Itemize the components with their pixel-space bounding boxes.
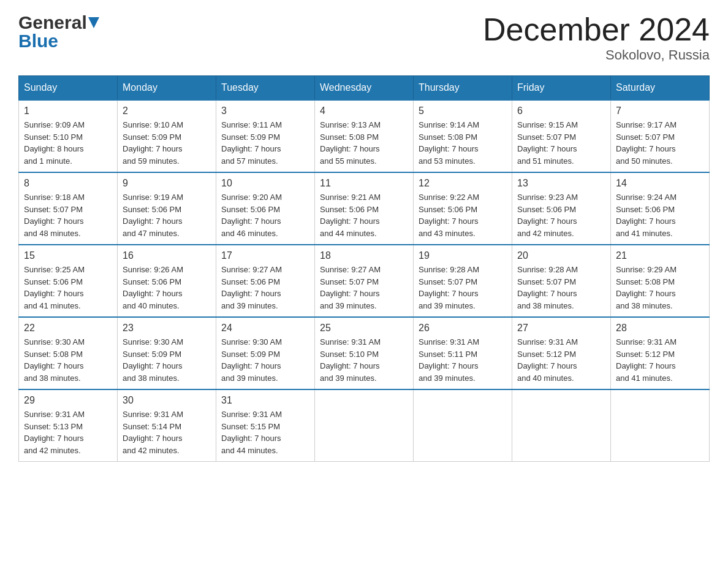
calendar-day-cell: 9 Sunrise: 9:19 AMSunset: 5:06 PMDayligh… <box>118 172 216 245</box>
calendar-day-cell: 18 Sunrise: 9:27 AMSunset: 5:07 PMDaylig… <box>315 245 414 317</box>
calendar-day-cell: 19 Sunrise: 9:28 AMSunset: 5:07 PMDaylig… <box>414 245 512 317</box>
day-info: Sunrise: 9:19 AMSunset: 5:06 PMDaylight:… <box>123 191 211 239</box>
col-friday: Friday <box>512 76 611 101</box>
day-number: 15 <box>24 250 112 261</box>
day-number: 27 <box>517 323 605 334</box>
day-number: 30 <box>123 395 211 406</box>
day-number: 16 <box>123 250 211 261</box>
calendar-day-cell: 15 Sunrise: 9:25 AMSunset: 5:06 PMDaylig… <box>19 245 118 317</box>
day-number: 28 <box>616 323 704 334</box>
day-number: 18 <box>320 250 408 261</box>
calendar-week-row: 29 Sunrise: 9:31 AMSunset: 5:13 PMDaylig… <box>19 389 710 462</box>
calendar-day-cell: 8 Sunrise: 9:18 AMSunset: 5:07 PMDayligh… <box>19 172 118 245</box>
day-number: 29 <box>24 395 112 406</box>
calendar-day-cell <box>512 389 611 462</box>
calendar-day-cell: 1 Sunrise: 9:09 AMSunset: 5:10 PMDayligh… <box>19 100 118 172</box>
page-subtitle: Sokolovo, Russia <box>483 47 710 63</box>
day-info: Sunrise: 9:22 AMSunset: 5:06 PMDaylight:… <box>419 191 507 239</box>
day-info: Sunrise: 9:27 AMSunset: 5:07 PMDaylight:… <box>320 264 408 312</box>
calendar-day-cell: 24 Sunrise: 9:30 AMSunset: 5:09 PMDaylig… <box>216 317 315 389</box>
col-wednesday: Wednesday <box>315 76 414 101</box>
calendar-day-cell: 4 Sunrise: 9:13 AMSunset: 5:08 PMDayligh… <box>315 100 414 172</box>
day-number: 25 <box>320 323 408 334</box>
day-number: 20 <box>517 250 605 261</box>
calendar-day-cell: 10 Sunrise: 9:20 AMSunset: 5:06 PMDaylig… <box>216 172 315 245</box>
day-number: 7 <box>616 105 704 117</box>
col-thursday: Thursday <box>414 76 512 101</box>
day-number: 10 <box>221 178 309 189</box>
day-number: 3 <box>221 105 309 117</box>
day-number: 22 <box>24 323 112 334</box>
logo-general: General <box>18 12 99 33</box>
day-info: Sunrise: 9:10 AMSunset: 5:09 PMDaylight:… <box>123 119 211 167</box>
day-number: 21 <box>616 250 704 261</box>
calendar-day-cell: 17 Sunrise: 9:27 AMSunset: 5:06 PMDaylig… <box>216 245 315 317</box>
day-info: Sunrise: 9:31 AMSunset: 5:12 PMDaylight:… <box>616 336 704 384</box>
day-info: Sunrise: 9:20 AMSunset: 5:06 PMDaylight:… <box>221 191 309 239</box>
day-number: 8 <box>24 178 112 189</box>
day-number: 13 <box>517 178 605 189</box>
calendar-day-cell: 13 Sunrise: 9:23 AMSunset: 5:06 PMDaylig… <box>512 172 611 245</box>
day-info: Sunrise: 9:23 AMSunset: 5:06 PMDaylight:… <box>517 191 605 239</box>
title-section: December 2024 Sokolovo, Russia <box>483 12 710 63</box>
calendar-day-cell: 3 Sunrise: 9:11 AMSunset: 5:09 PMDayligh… <box>216 100 315 172</box>
calendar-week-row: 15 Sunrise: 9:25 AMSunset: 5:06 PMDaylig… <box>19 245 710 317</box>
calendar-day-cell: 26 Sunrise: 9:31 AMSunset: 5:11 PMDaylig… <box>414 317 512 389</box>
calendar-week-row: 8 Sunrise: 9:18 AMSunset: 5:07 PMDayligh… <box>19 172 710 245</box>
day-info: Sunrise: 9:14 AMSunset: 5:08 PMDaylight:… <box>419 119 507 167</box>
col-tuesday: Tuesday <box>216 76 315 101</box>
day-info: Sunrise: 9:21 AMSunset: 5:06 PMDaylight:… <box>320 191 408 239</box>
page-header: General Blue December 2024 Sokolovo, Rus… <box>18 12 710 63</box>
col-monday: Monday <box>118 76 216 101</box>
day-number: 26 <box>419 323 507 334</box>
day-number: 4 <box>320 105 408 117</box>
day-info: Sunrise: 9:30 AMSunset: 5:09 PMDaylight:… <box>221 336 309 384</box>
logo: General Blue <box>18 12 99 52</box>
col-sunday: Sunday <box>19 76 118 101</box>
calendar-day-cell: 6 Sunrise: 9:15 AMSunset: 5:07 PMDayligh… <box>512 100 611 172</box>
day-info: Sunrise: 9:31 AMSunset: 5:11 PMDaylight:… <box>419 336 507 384</box>
day-info: Sunrise: 9:09 AMSunset: 5:10 PMDaylight:… <box>24 119 112 167</box>
calendar-day-cell: 20 Sunrise: 9:28 AMSunset: 5:07 PMDaylig… <box>512 245 611 317</box>
day-number: 24 <box>221 323 309 334</box>
calendar-day-cell <box>611 389 710 462</box>
day-info: Sunrise: 9:31 AMSunset: 5:12 PMDaylight:… <box>517 336 605 384</box>
calendar-day-cell: 30 Sunrise: 9:31 AMSunset: 5:14 PMDaylig… <box>118 389 216 462</box>
day-info: Sunrise: 9:31 AMSunset: 5:10 PMDaylight:… <box>320 336 408 384</box>
calendar-day-cell: 28 Sunrise: 9:31 AMSunset: 5:12 PMDaylig… <box>611 317 710 389</box>
calendar-day-cell: 27 Sunrise: 9:31 AMSunset: 5:12 PMDaylig… <box>512 317 611 389</box>
day-number: 31 <box>221 395 309 406</box>
day-number: 5 <box>419 105 507 117</box>
calendar-day-cell <box>414 389 512 462</box>
day-info: Sunrise: 9:15 AMSunset: 5:07 PMDaylight:… <box>517 119 605 167</box>
svg-marker-0 <box>88 17 99 28</box>
day-number: 11 <box>320 178 408 189</box>
calendar-day-cell: 25 Sunrise: 9:31 AMSunset: 5:10 PMDaylig… <box>315 317 414 389</box>
logo-blue: Blue <box>18 31 99 52</box>
col-saturday: Saturday <box>611 76 710 101</box>
day-info: Sunrise: 9:28 AMSunset: 5:07 PMDaylight:… <box>419 264 507 312</box>
day-info: Sunrise: 9:28 AMSunset: 5:07 PMDaylight:… <box>517 264 605 312</box>
day-info: Sunrise: 9:11 AMSunset: 5:09 PMDaylight:… <box>221 119 309 167</box>
day-info: Sunrise: 9:13 AMSunset: 5:08 PMDaylight:… <box>320 119 408 167</box>
day-number: 2 <box>123 105 211 117</box>
calendar-day-cell: 11 Sunrise: 9:21 AMSunset: 5:06 PMDaylig… <box>315 172 414 245</box>
calendar-day-cell: 29 Sunrise: 9:31 AMSunset: 5:13 PMDaylig… <box>19 389 118 462</box>
day-number: 12 <box>419 178 507 189</box>
calendar-day-cell: 16 Sunrise: 9:26 AMSunset: 5:06 PMDaylig… <box>118 245 216 317</box>
day-info: Sunrise: 9:31 AMSunset: 5:14 PMDaylight:… <box>123 408 211 456</box>
day-info: Sunrise: 9:30 AMSunset: 5:08 PMDaylight:… <box>24 336 112 384</box>
calendar-day-cell: 12 Sunrise: 9:22 AMSunset: 5:06 PMDaylig… <box>414 172 512 245</box>
day-info: Sunrise: 9:29 AMSunset: 5:08 PMDaylight:… <box>616 264 704 312</box>
calendar-day-cell: 5 Sunrise: 9:14 AMSunset: 5:08 PMDayligh… <box>414 100 512 172</box>
calendar-day-cell <box>315 389 414 462</box>
calendar-day-cell: 7 Sunrise: 9:17 AMSunset: 5:07 PMDayligh… <box>611 100 710 172</box>
day-number: 9 <box>123 178 211 189</box>
day-number: 14 <box>616 178 704 189</box>
calendar-day-cell: 14 Sunrise: 9:24 AMSunset: 5:06 PMDaylig… <box>611 172 710 245</box>
calendar-day-cell: 2 Sunrise: 9:10 AMSunset: 5:09 PMDayligh… <box>118 100 216 172</box>
day-info: Sunrise: 9:25 AMSunset: 5:06 PMDaylight:… <box>24 264 112 312</box>
day-info: Sunrise: 9:26 AMSunset: 5:06 PMDaylight:… <box>123 264 211 312</box>
day-number: 1 <box>24 105 112 117</box>
day-info: Sunrise: 9:24 AMSunset: 5:06 PMDaylight:… <box>616 191 704 239</box>
